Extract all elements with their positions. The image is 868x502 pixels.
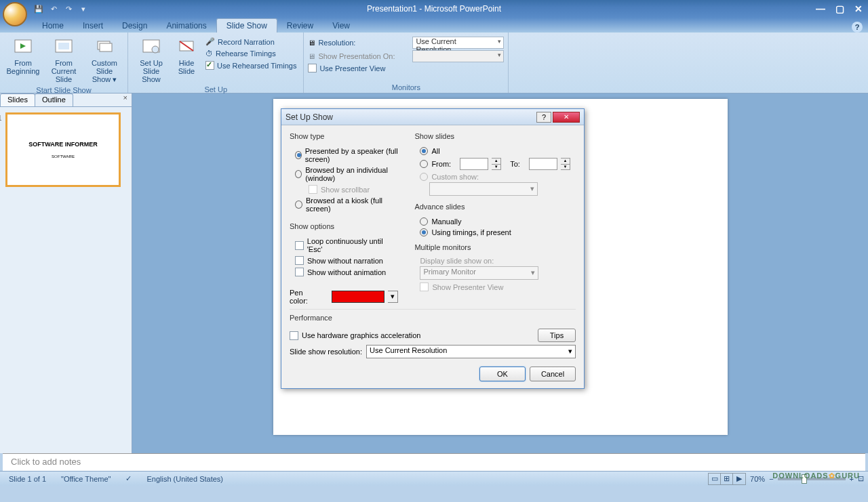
- thumbnail-list: 1 SOFTWARE INFORMER SOFTWARE: [0, 107, 132, 192]
- setup-icon: [140, 36, 162, 58]
- hide-slide-button[interactable]: Hide Slide: [173, 35, 200, 85]
- pen-color-dropdown[interactable]: ▾: [388, 291, 399, 303]
- dialog-left-column: Show type Presented by a speaker (full s…: [290, 132, 403, 306]
- scrollbar-label: Show scrollbar: [321, 186, 370, 194]
- dialog-help-button[interactable]: ?: [536, 112, 551, 123]
- record-narration-button[interactable]: 🎤Record Narration: [203, 36, 299, 47]
- divider: [290, 309, 576, 310]
- tab-design[interactable]: Design: [113, 19, 157, 33]
- tab-animations[interactable]: Animations: [157, 19, 216, 33]
- check-hardware-accel[interactable]: Use hardware graphics acceleration: [290, 331, 534, 340]
- panel-close-icon[interactable]: ×: [119, 93, 132, 106]
- radio-timings[interactable]: Using timings, if present: [414, 227, 576, 238]
- window-controls: — ▢ ✕: [811, 3, 868, 15]
- show-options-label: Show options: [290, 222, 403, 232]
- radio-icon: [420, 147, 428, 155]
- maximize-button[interactable]: ▢: [830, 3, 849, 15]
- resolution-combo[interactable]: Use Current Resolution: [366, 345, 576, 358]
- monitor-icon: 🖥: [308, 39, 315, 47]
- show-on-combo: [412, 50, 504, 62]
- tab-outline[interactable]: Outline: [35, 93, 73, 106]
- pen-color-label: Pen color:: [290, 289, 323, 305]
- slideshow-view-button[interactable]: ▶: [733, 474, 745, 484]
- view-buttons: ▭ ⊞ ▶: [708, 473, 746, 485]
- checkbox-icon: [295, 268, 304, 276]
- radio-individual[interactable]: Browsed by an individual (window): [290, 165, 403, 184]
- theme-label: "Office Theme": [56, 474, 115, 484]
- notes-pane[interactable]: Click to add notes: [3, 453, 865, 471]
- radio-speaker[interactable]: Presented by a speaker (full screen): [290, 146, 403, 165]
- checkbox-icon: [420, 283, 429, 291]
- check-loop[interactable]: Loop continuously until 'Esc': [290, 236, 403, 255]
- tips-button[interactable]: Tips: [538, 329, 576, 342]
- spin-buttons[interactable]: ▲▼: [561, 158, 570, 170]
- language-label[interactable]: English (United States): [142, 474, 228, 484]
- tab-view[interactable]: View: [323, 19, 359, 33]
- rehearse-timings-button[interactable]: ⏱Rehearse Timings: [203, 48, 299, 59]
- setup-show-button[interactable]: Set Up Slide Show: [132, 35, 170, 85]
- dialog-close-button[interactable]: ✕: [553, 112, 580, 123]
- svg-rect-3: [58, 43, 69, 49]
- thumb-subtitle: SOFTWARE: [52, 154, 75, 159]
- check-no-narration[interactable]: Show without narration: [290, 255, 403, 266]
- tab-slides[interactable]: Slides: [0, 93, 35, 106]
- radio-all[interactable]: All: [414, 146, 576, 156]
- resolution-combo[interactable]: Use Current Resolution: [412, 37, 504, 49]
- tab-insert[interactable]: Insert: [73, 19, 113, 33]
- save-icon[interactable]: 💾: [33, 3, 45, 15]
- checkbox-icon: [205, 61, 214, 70]
- custom-show-combo: [429, 182, 538, 196]
- slide-thumbnail[interactable]: 1 SOFTWARE INFORMER SOFTWARE: [5, 112, 121, 187]
- dialog-titlebar[interactable]: Set Up Show ? ✕: [281, 109, 584, 125]
- qat-dropdown-icon[interactable]: ▾: [77, 3, 90, 15]
- advance-label: Advance slides: [414, 203, 576, 212]
- tab-home[interactable]: Home: [33, 19, 73, 33]
- to-input[interactable]: [529, 158, 557, 170]
- tab-review[interactable]: Review: [277, 19, 323, 33]
- radio-manual[interactable]: Manually: [414, 216, 576, 227]
- monitors-label: Multiple monitors: [414, 243, 576, 253]
- svg-point-7: [152, 46, 159, 53]
- mic-icon: 🎤: [205, 37, 215, 46]
- spin-buttons[interactable]: ▲▼: [492, 158, 501, 170]
- clock-icon: ⏱: [205, 49, 213, 58]
- redo-icon[interactable]: ↷: [62, 3, 75, 15]
- ribbon-group-setup: Set Up Slide Show Hide Slide 🎤Record Nar…: [128, 33, 304, 93]
- check-no-animation[interactable]: Show without animation: [290, 266, 403, 278]
- cancel-button[interactable]: Cancel: [530, 367, 576, 381]
- undo-icon[interactable]: ↶: [47, 3, 60, 15]
- check-presenter-view: Show Presenter View: [414, 281, 576, 293]
- spellcheck-icon[interactable]: ✓: [121, 473, 136, 484]
- checkbox-icon: [290, 331, 298, 340]
- setup-show-dialog: Set Up Show ? ✕ Show type Presented by a…: [281, 108, 585, 389]
- radio-icon: [420, 228, 428, 236]
- svg-rect-5: [100, 43, 112, 51]
- radio-icon: [295, 201, 302, 209]
- panel-tabs: Slides Outline ×: [0, 93, 132, 107]
- performance-label: Performance: [290, 314, 576, 323]
- slide-counter: Slide 1 of 1: [4, 474, 51, 484]
- radio-kiosk[interactable]: Browsed at a kiosk (full screen): [290, 195, 403, 214]
- tab-slide-show[interactable]: Slide Show: [216, 18, 277, 33]
- resolution-label: Resolution:: [318, 39, 410, 47]
- radio-icon: [420, 173, 428, 181]
- ribbon: From Beginning From Current Slide Custom…: [0, 33, 868, 93]
- monitor-combo: Primary Monitor: [420, 266, 538, 280]
- normal-view-button[interactable]: ▭: [709, 474, 721, 484]
- ok-button[interactable]: OK: [479, 367, 526, 381]
- use-rehearsed-check[interactable]: Use Rehearsed Timings: [203, 60, 299, 71]
- custom-show-button[interactable]: Custom Slide Show ▾: [85, 35, 123, 85]
- pen-color-swatch[interactable]: [332, 291, 384, 303]
- sorter-view-button[interactable]: ⊞: [721, 474, 733, 484]
- from-input[interactable]: [460, 158, 488, 170]
- from-beginning-button[interactable]: From Beginning: [4, 35, 42, 85]
- checkbox-icon[interactable]: [308, 64, 317, 72]
- office-button[interactable]: [3, 2, 27, 26]
- radio-from[interactable]: From: ▲▼ To: ▲▼: [414, 156, 576, 171]
- slides-panel: Slides Outline × 1 SOFTWARE INFORMER SOF…: [0, 93, 132, 453]
- group-label: Monitors: [308, 83, 504, 93]
- help-icon[interactable]: ?: [852, 22, 863, 33]
- from-current-button[interactable]: From Current Slide: [45, 35, 83, 85]
- minimize-button[interactable]: —: [811, 3, 830, 15]
- close-button[interactable]: ✕: [849, 3, 868, 15]
